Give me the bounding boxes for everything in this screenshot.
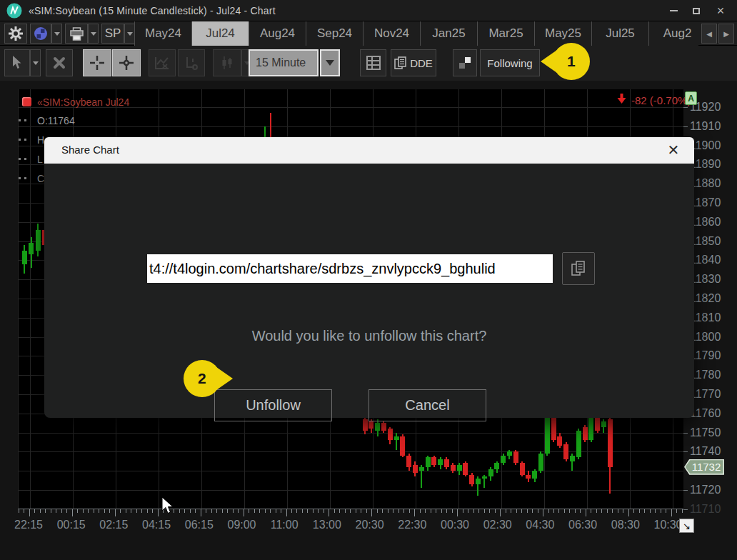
close-button[interactable]: × (713, 4, 728, 17)
tab-jul25[interactable]: Jul25 (591, 21, 648, 46)
time-axis-minor-tick (141, 509, 142, 513)
down-arrow-icon (617, 94, 626, 104)
time-axis-minor-tick (398, 509, 399, 513)
print-button[interactable] (65, 24, 88, 44)
exchange-label: SP (105, 26, 121, 41)
printer-icon (69, 27, 84, 41)
copy-icon (394, 56, 407, 69)
time-axis-minor-tick (24, 509, 24, 513)
candlestick-icon (220, 55, 234, 71)
theme-button[interactable] (30, 24, 51, 44)
price-axis-label: 11900 (690, 139, 721, 152)
tab-sep24[interactable]: Sep24 (306, 21, 363, 46)
time-axis-minor-tick (206, 509, 206, 513)
time-axis-minor-tick (233, 509, 234, 513)
dde-export-button[interactable]: DDE (391, 49, 436, 76)
time-axis-minor-tick (655, 509, 656, 513)
price-axis-tick (683, 433, 688, 434)
candle-body (463, 463, 468, 474)
time-axis-minor-tick (511, 509, 511, 513)
autoscale-badge[interactable]: A (685, 91, 697, 105)
time-axis-minor-tick (676, 509, 677, 513)
pointer-tool-button[interactable] (4, 49, 30, 76)
crosshair-tool-button[interactable] (83, 49, 111, 76)
time-axis-label: 08:30 (611, 519, 640, 531)
time-axis-minor-tick (553, 509, 554, 513)
time-axis-minor-tick (281, 509, 281, 513)
tab-mar25[interactable]: Mar25 (477, 21, 534, 46)
interval-dropdown[interactable] (320, 49, 340, 76)
gear-icon (9, 26, 23, 41)
candle-body (29, 243, 34, 254)
theme-dropdown[interactable] (51, 24, 62, 44)
layout-compare-button[interactable] (453, 49, 477, 76)
time-axis-minor-tick (56, 509, 56, 513)
time-axis-minor-tick (473, 509, 474, 513)
series-swatch (22, 97, 31, 106)
quote-board-button[interactable] (360, 49, 386, 76)
time-axis-label: 00:15 (57, 519, 86, 531)
scroll-to-latest-button[interactable]: ↘ (679, 519, 694, 533)
tab-may24[interactable]: May24 (134, 21, 191, 46)
tab-aug24[interactable]: Aug24 (249, 21, 306, 46)
candle-wick (396, 433, 397, 450)
delete-drawing-button[interactable] (46, 49, 73, 76)
candle-body (457, 465, 462, 471)
pointer-tool-dropdown[interactable] (30, 49, 41, 76)
clear-chart-button[interactable] (149, 49, 176, 76)
tabs-scroll-right-button[interactable]: ▶ (718, 24, 734, 44)
settings-button[interactable] (4, 24, 27, 44)
candle-body (363, 419, 368, 431)
time-axis-minor-tick (152, 509, 153, 513)
share-url-input[interactable] (146, 254, 553, 284)
tab-aug2[interactable]: Aug2 (648, 21, 698, 46)
tabs-scroll-left-button[interactable]: ◀ (701, 24, 717, 44)
price-axis-label: 11720 (690, 484, 721, 496)
time-axis-minor-tick (51, 509, 51, 513)
time-axis-minor-tick (623, 509, 623, 513)
copy-url-button[interactable] (562, 252, 595, 285)
time-axis-major-tick (586, 509, 586, 516)
time-axis-minor-tick (45, 509, 46, 513)
time-axis-minor-tick (478, 509, 479, 513)
cancel-button[interactable]: Cancel (368, 389, 486, 421)
time-axis-label: 09:00 (227, 519, 256, 531)
dialog-close-button[interactable]: ✕ (664, 141, 683, 159)
time-axis-minor-tick (538, 509, 538, 513)
time-axis-minor-tick (618, 509, 618, 513)
scale-tool-button[interactable] (178, 49, 205, 76)
crosshair-snap-tool-button[interactable] (112, 49, 141, 76)
print-dropdown[interactable] (88, 24, 99, 44)
maximize-button[interactable] (688, 4, 704, 17)
tab-jul24[interactable]: Jul24 (191, 21, 249, 46)
exchange-button[interactable]: SP (101, 24, 124, 44)
time-axis-minor-tick (495, 509, 496, 513)
time-axis-minor-tick (607, 509, 608, 513)
interval-select[interactable]: 15 Minute (249, 49, 319, 76)
price-axis-label: 11870 (690, 196, 721, 209)
price-axis-tick (683, 126, 688, 127)
exchange-dropdown[interactable] (124, 24, 135, 44)
time-axis-minor-tick (216, 509, 217, 513)
price-axis-label: 11760 (690, 407, 721, 420)
tab-nov24[interactable]: Nov24 (363, 21, 420, 46)
minimize-button[interactable] (666, 4, 681, 17)
tab-jan25[interactable]: Jan25 (420, 21, 477, 46)
candle-body (545, 415, 550, 454)
price-axis-tick (683, 490, 688, 491)
time-axis-minor-tick (506, 509, 506, 513)
time-axis-minor-tick (682, 509, 683, 513)
chart-style-button[interactable] (213, 49, 241, 76)
time-axis-minor-tick (227, 509, 228, 513)
following-button[interactable]: Following (480, 49, 540, 76)
time-axis-minor-tick (190, 509, 191, 513)
time-axis-minor-tick (575, 509, 576, 513)
dde-label: DDE (410, 57, 433, 69)
time-axis-major-tick (329, 509, 329, 516)
candle-body (426, 457, 431, 466)
time-axis-minor-tick (356, 509, 356, 513)
price-axis-label: 11740 (690, 445, 721, 458)
time-axis-minor-tick (334, 509, 335, 513)
time-axis-minor-tick (131, 509, 131, 513)
candle-body (388, 429, 393, 440)
